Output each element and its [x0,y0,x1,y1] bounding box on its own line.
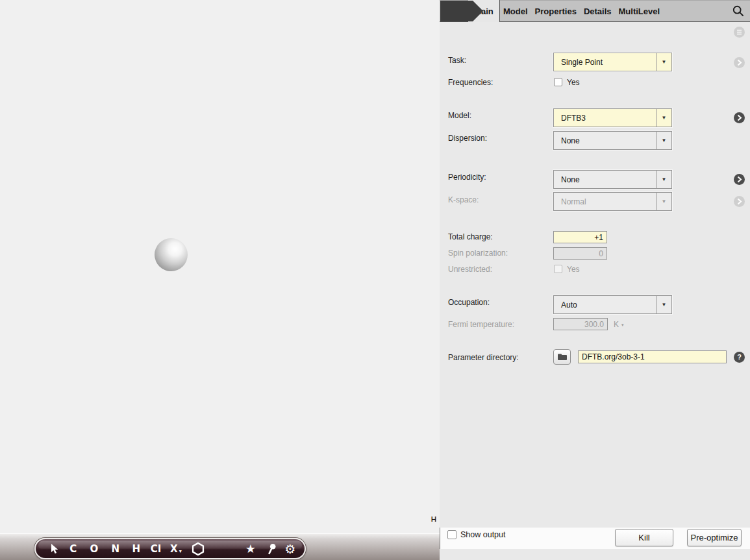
periodicity-dropdown[interactable]: None ▼ [553,170,672,189]
element-button-hydrogen[interactable]: H [132,544,141,554]
spin-polarization-label: Spin polarization: [448,249,508,258]
model-value: DFTB3 [554,114,586,123]
dispersion-dropdown[interactable]: None ▼ [553,131,672,150]
search-icon[interactable] [732,5,744,19]
tab-strip: Model Properties Details MultiLevel [503,0,660,22]
browse-folder-button[interactable] [553,349,571,365]
unrestricted-checkbox [554,265,562,273]
dropdown-arrow-icon: ▼ [656,109,671,127]
occupation-value: Auto [554,300,577,310]
spin-polarization-input [553,247,607,260]
tab-multilevel[interactable]: MultiLevel [619,6,660,16]
show-output-checkbox[interactable] [447,530,456,539]
tab-model[interactable]: Model [503,6,528,16]
tab-bar: Main DFTB Model Properties Details Multi… [440,0,750,22]
fermi-temperature-label: Fermi temperature: [448,320,514,329]
frequencies-checkbox[interactable] [554,78,562,86]
structures-star-icon[interactable]: ★ [245,543,256,555]
periodicity-detail-chevron-icon[interactable] [734,174,745,185]
model-label: Model: [448,111,471,120]
settings-gear-icon[interactable]: ⚙ [284,542,295,555]
molecule-viewer[interactable]: H C O N H Cl X▾ ★ ⚙ [0,0,440,560]
occupation-dropdown[interactable]: Auto ▼ [553,295,672,314]
ring-tool-icon[interactable] [192,542,205,555]
panel-menu-icon[interactable] [734,27,745,38]
preoptimize-button[interactable]: Pre-optimize [687,529,742,546]
total-charge-label: Total charge: [448,232,493,241]
periodicity-value: None [554,175,580,184]
periodicity-label: Periodicity: [448,173,486,182]
model-dropdown[interactable]: DFTB3 ▼ [553,108,672,127]
kspace-label: K-space: [448,195,479,204]
parameter-directory-input[interactable] [578,350,727,363]
folder-icon [557,353,568,361]
dftb-settings-panel: Main DFTB Model Properties Details Multi… [440,0,750,560]
tab-properties[interactable]: Properties [535,6,577,16]
kspace-detail-chevron-icon [734,196,745,207]
dispersion-label: Dispersion: [448,134,487,143]
total-charge-input[interactable] [553,231,607,243]
formula-label: H [422,515,436,523]
kill-button[interactable]: Kill [615,529,673,546]
dropdown-arrow-icon: ▼ [656,132,671,149]
hydrogen-atom-sphere[interactable] [155,238,188,271]
dropdown-arrow-icon: ▼ [656,193,671,210]
unrestricted-option-label: Yes [567,265,580,274]
dropdown-arrow-icon: ▼ [656,296,671,313]
kspace-value: Normal [554,197,586,206]
element-dropdown-caret-icon: ▾ [179,548,182,554]
help-icon[interactable]: ? [734,352,745,363]
fermi-temperature-input [553,318,608,330]
dropdown-arrow-icon: ▼ [656,53,671,71]
element-toolbar: C O N H Cl X▾ ★ ⚙ [34,538,306,559]
viewer-bottom-strip: C O N H Cl X▾ ★ ⚙ [0,533,440,560]
element-button-nitrogen[interactable]: N [112,544,120,554]
parameter-directory-label: Parameter directory: [448,353,519,362]
select-cursor-icon[interactable] [51,543,59,554]
element-x-label: X [170,542,178,554]
tab-details[interactable]: Details [584,6,612,16]
unrestricted-label: Unrestricted: [448,265,492,274]
fermi-unit-selector: K▾ [614,320,624,329]
dropdown-arrow-icon: ▼ [656,171,671,188]
frequencies-label: Frequencies: [448,78,493,87]
amsinput-window: H C O N H Cl X▾ ★ ⚙ [0,0,750,560]
task-dropdown[interactable]: Single Point ▼ [553,53,672,71]
dispersion-value: None [554,136,580,145]
element-button-other[interactable]: X▾ [170,544,182,554]
element-button-chlorine[interactable]: Cl [151,544,162,554]
task-label: Task: [448,56,466,65]
unit-dropdown-caret-icon: ▾ [621,323,624,327]
probe-tool-icon[interactable] [266,543,277,555]
element-button-carbon[interactable]: C [69,544,77,554]
model-detail-chevron-icon[interactable] [734,112,745,123]
element-button-oxygen[interactable]: O [90,544,98,554]
fermi-unit-label: K [614,320,619,329]
occupation-label: Occupation: [448,298,490,307]
frequencies-option-label[interactable]: Yes [567,78,580,87]
task-value: Single Point [554,58,603,67]
show-output-label[interactable]: Show output [460,530,506,539]
task-detail-chevron-icon [734,57,745,68]
kspace-dropdown: Normal ▼ [553,192,672,211]
